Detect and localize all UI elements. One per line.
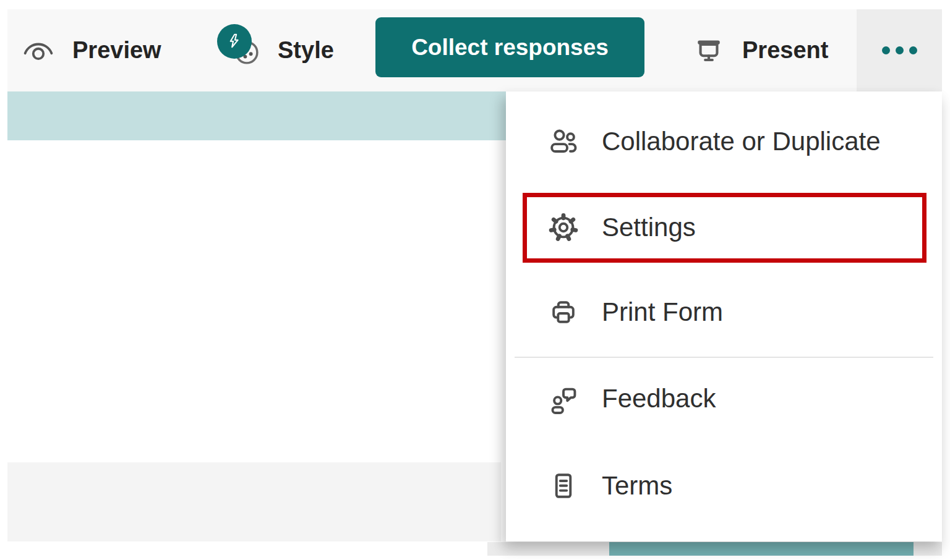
people-icon [547,125,580,158]
menu-item-feedback[interactable]: Feedback [506,362,942,436]
menu-item-label: Terms [602,471,672,501]
collect-responses-button[interactable]: Collect responses [375,17,644,77]
menu-item-terms[interactable]: Terms [506,449,942,523]
menu-item-collaborate-or-duplicate[interactable]: Collaborate or Duplicate [506,104,942,179]
collect-responses-label: Collect responses [411,35,609,61]
lightning-badge-icon [217,24,252,59]
menu-item-print-form[interactable]: Print Form [506,275,942,349]
preview-label: Preview [72,37,161,64]
style-palette-icon [217,24,264,77]
menu-divider [515,357,933,358]
style-button[interactable]: Style [217,9,334,91]
eye-icon [22,38,55,64]
bottom-bar [487,542,942,556]
toolbar: Preview Style Collect responses [7,9,942,91]
gear-icon [547,211,580,244]
document-icon [547,470,580,502]
menu-item-label: Feedback [602,384,716,414]
present-button[interactable]: Present [693,9,828,91]
menu-item-label: Settings [602,213,696,242]
menu-item-settings[interactable]: Settings [506,190,942,265]
preview-button[interactable]: Preview [22,9,161,91]
bottom-bar-teal-segment [609,542,914,556]
menu-item-label: Print Form [602,297,723,327]
more-options-button[interactable] [857,9,942,91]
ellipsis-icon [882,46,890,54]
person-feedback-icon [547,383,580,415]
menu-item-label: Collaborate or Duplicate [602,127,881,156]
form-header-band [7,91,506,140]
present-label: Present [742,37,828,64]
printer-icon [547,296,580,328]
more-options-menu: Collaborate or Duplicate Settings [506,91,942,541]
style-label: Style [278,37,334,64]
content-footer-panel [7,462,501,541]
projector-screen-icon [693,35,725,67]
